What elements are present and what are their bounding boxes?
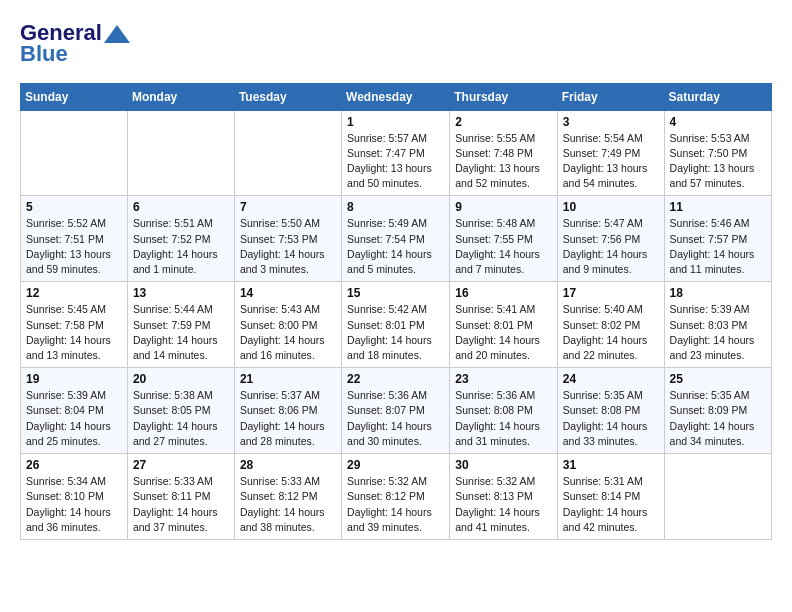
weekday-header-friday: Friday	[557, 83, 664, 110]
day-number: 11	[670, 200, 766, 214]
calendar-cell: 15Sunrise: 5:42 AM Sunset: 8:01 PM Dayli…	[342, 282, 450, 368]
calendar-cell: 25Sunrise: 5:35 AM Sunset: 8:09 PM Dayli…	[664, 368, 771, 454]
day-number: 7	[240, 200, 336, 214]
calendar-header-row: SundayMondayTuesdayWednesdayThursdayFrid…	[21, 83, 772, 110]
day-number: 17	[563, 286, 659, 300]
calendar-cell: 4Sunrise: 5:53 AM Sunset: 7:50 PM Daylig…	[664, 110, 771, 196]
day-detail: Sunrise: 5:33 AM Sunset: 8:12 PM Dayligh…	[240, 474, 336, 535]
calendar-cell: 11Sunrise: 5:46 AM Sunset: 7:57 PM Dayli…	[664, 196, 771, 282]
weekday-header-tuesday: Tuesday	[234, 83, 341, 110]
calendar-table: SundayMondayTuesdayWednesdayThursdayFrid…	[20, 83, 772, 540]
calendar-cell	[664, 454, 771, 540]
calendar-cell: 12Sunrise: 5:45 AM Sunset: 7:58 PM Dayli…	[21, 282, 128, 368]
calendar-week-5: 26Sunrise: 5:34 AM Sunset: 8:10 PM Dayli…	[21, 454, 772, 540]
day-number: 6	[133, 200, 229, 214]
calendar-cell: 27Sunrise: 5:33 AM Sunset: 8:11 PM Dayli…	[127, 454, 234, 540]
calendar-body: 1Sunrise: 5:57 AM Sunset: 7:47 PM Daylig…	[21, 110, 772, 539]
day-detail: Sunrise: 5:42 AM Sunset: 8:01 PM Dayligh…	[347, 302, 444, 363]
weekday-header-wednesday: Wednesday	[342, 83, 450, 110]
calendar-week-2: 5Sunrise: 5:52 AM Sunset: 7:51 PM Daylig…	[21, 196, 772, 282]
calendar-cell: 17Sunrise: 5:40 AM Sunset: 8:02 PM Dayli…	[557, 282, 664, 368]
day-detail: Sunrise: 5:36 AM Sunset: 8:08 PM Dayligh…	[455, 388, 551, 449]
day-number: 25	[670, 372, 766, 386]
day-number: 22	[347, 372, 444, 386]
day-detail: Sunrise: 5:36 AM Sunset: 8:07 PM Dayligh…	[347, 388, 444, 449]
day-number: 3	[563, 115, 659, 129]
weekday-header-saturday: Saturday	[664, 83, 771, 110]
day-number: 14	[240, 286, 336, 300]
calendar-cell: 2Sunrise: 5:55 AM Sunset: 7:48 PM Daylig…	[450, 110, 557, 196]
day-number: 8	[347, 200, 444, 214]
day-detail: Sunrise: 5:55 AM Sunset: 7:48 PM Dayligh…	[455, 131, 551, 192]
calendar-cell: 13Sunrise: 5:44 AM Sunset: 7:59 PM Dayli…	[127, 282, 234, 368]
calendar-cell: 6Sunrise: 5:51 AM Sunset: 7:52 PM Daylig…	[127, 196, 234, 282]
day-detail: Sunrise: 5:51 AM Sunset: 7:52 PM Dayligh…	[133, 216, 229, 277]
calendar-cell	[234, 110, 341, 196]
day-detail: Sunrise: 5:40 AM Sunset: 8:02 PM Dayligh…	[563, 302, 659, 363]
day-detail: Sunrise: 5:32 AM Sunset: 8:13 PM Dayligh…	[455, 474, 551, 535]
calendar-week-4: 19Sunrise: 5:39 AM Sunset: 8:04 PM Dayli…	[21, 368, 772, 454]
day-number: 28	[240, 458, 336, 472]
day-detail: Sunrise: 5:45 AM Sunset: 7:58 PM Dayligh…	[26, 302, 122, 363]
calendar-cell: 14Sunrise: 5:43 AM Sunset: 8:00 PM Dayli…	[234, 282, 341, 368]
day-number: 19	[26, 372, 122, 386]
day-number: 5	[26, 200, 122, 214]
day-detail: Sunrise: 5:50 AM Sunset: 7:53 PM Dayligh…	[240, 216, 336, 277]
calendar-cell: 1Sunrise: 5:57 AM Sunset: 7:47 PM Daylig…	[342, 110, 450, 196]
weekday-header-thursday: Thursday	[450, 83, 557, 110]
day-detail: Sunrise: 5:46 AM Sunset: 7:57 PM Dayligh…	[670, 216, 766, 277]
weekday-header-monday: Monday	[127, 83, 234, 110]
day-detail: Sunrise: 5:47 AM Sunset: 7:56 PM Dayligh…	[563, 216, 659, 277]
day-number: 2	[455, 115, 551, 129]
calendar-cell: 16Sunrise: 5:41 AM Sunset: 8:01 PM Dayli…	[450, 282, 557, 368]
day-detail: Sunrise: 5:35 AM Sunset: 8:09 PM Dayligh…	[670, 388, 766, 449]
page-header: General Blue	[20, 20, 772, 67]
day-detail: Sunrise: 5:52 AM Sunset: 7:51 PM Dayligh…	[26, 216, 122, 277]
day-number: 4	[670, 115, 766, 129]
logo: General Blue	[20, 20, 130, 67]
day-detail: Sunrise: 5:34 AM Sunset: 8:10 PM Dayligh…	[26, 474, 122, 535]
calendar-cell: 10Sunrise: 5:47 AM Sunset: 7:56 PM Dayli…	[557, 196, 664, 282]
day-number: 13	[133, 286, 229, 300]
day-detail: Sunrise: 5:32 AM Sunset: 8:12 PM Dayligh…	[347, 474, 444, 535]
day-number: 26	[26, 458, 122, 472]
day-detail: Sunrise: 5:39 AM Sunset: 8:04 PM Dayligh…	[26, 388, 122, 449]
calendar-cell: 21Sunrise: 5:37 AM Sunset: 8:06 PM Dayli…	[234, 368, 341, 454]
day-number: 10	[563, 200, 659, 214]
day-detail: Sunrise: 5:31 AM Sunset: 8:14 PM Dayligh…	[563, 474, 659, 535]
day-number: 15	[347, 286, 444, 300]
day-detail: Sunrise: 5:43 AM Sunset: 8:00 PM Dayligh…	[240, 302, 336, 363]
day-detail: Sunrise: 5:39 AM Sunset: 8:03 PM Dayligh…	[670, 302, 766, 363]
day-number: 23	[455, 372, 551, 386]
day-number: 30	[455, 458, 551, 472]
svg-marker-0	[104, 25, 130, 43]
calendar-cell: 7Sunrise: 5:50 AM Sunset: 7:53 PM Daylig…	[234, 196, 341, 282]
day-detail: Sunrise: 5:41 AM Sunset: 8:01 PM Dayligh…	[455, 302, 551, 363]
calendar-cell: 31Sunrise: 5:31 AM Sunset: 8:14 PM Dayli…	[557, 454, 664, 540]
calendar-cell: 22Sunrise: 5:36 AM Sunset: 8:07 PM Dayli…	[342, 368, 450, 454]
day-detail: Sunrise: 5:37 AM Sunset: 8:06 PM Dayligh…	[240, 388, 336, 449]
calendar-cell: 19Sunrise: 5:39 AM Sunset: 8:04 PM Dayli…	[21, 368, 128, 454]
calendar-cell: 3Sunrise: 5:54 AM Sunset: 7:49 PM Daylig…	[557, 110, 664, 196]
calendar-cell: 30Sunrise: 5:32 AM Sunset: 8:13 PM Dayli…	[450, 454, 557, 540]
calendar-cell: 20Sunrise: 5:38 AM Sunset: 8:05 PM Dayli…	[127, 368, 234, 454]
calendar-cell: 28Sunrise: 5:33 AM Sunset: 8:12 PM Dayli…	[234, 454, 341, 540]
day-detail: Sunrise: 5:53 AM Sunset: 7:50 PM Dayligh…	[670, 131, 766, 192]
calendar-cell: 18Sunrise: 5:39 AM Sunset: 8:03 PM Dayli…	[664, 282, 771, 368]
calendar-cell	[21, 110, 128, 196]
day-detail: Sunrise: 5:54 AM Sunset: 7:49 PM Dayligh…	[563, 131, 659, 192]
day-number: 31	[563, 458, 659, 472]
day-number: 27	[133, 458, 229, 472]
calendar-cell: 23Sunrise: 5:36 AM Sunset: 8:08 PM Dayli…	[450, 368, 557, 454]
day-detail: Sunrise: 5:49 AM Sunset: 7:54 PM Dayligh…	[347, 216, 444, 277]
day-number: 20	[133, 372, 229, 386]
day-number: 29	[347, 458, 444, 472]
day-number: 12	[26, 286, 122, 300]
day-number: 9	[455, 200, 551, 214]
calendar-cell	[127, 110, 234, 196]
weekday-header-sunday: Sunday	[21, 83, 128, 110]
day-detail: Sunrise: 5:35 AM Sunset: 8:08 PM Dayligh…	[563, 388, 659, 449]
day-detail: Sunrise: 5:48 AM Sunset: 7:55 PM Dayligh…	[455, 216, 551, 277]
calendar-cell: 26Sunrise: 5:34 AM Sunset: 8:10 PM Dayli…	[21, 454, 128, 540]
day-number: 24	[563, 372, 659, 386]
